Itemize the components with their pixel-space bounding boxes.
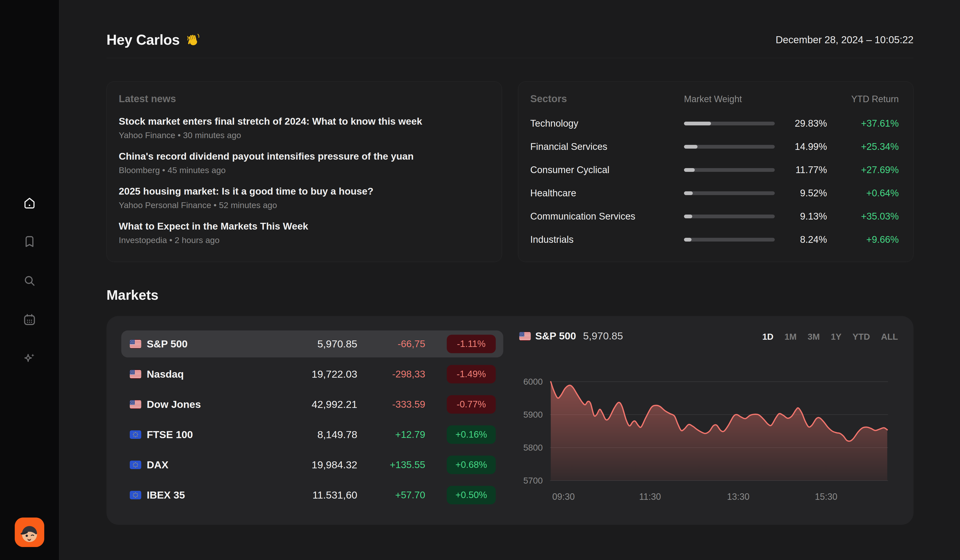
dashboard-app: Hey Carlos [0,0,960,560]
index-change: -333.59 [357,399,425,410]
news-item[interactable]: Stock market enters final stretch of 202… [119,116,487,140]
market-weight-bar [684,191,775,195]
sector-weight-value: 11.77% [775,164,827,175]
sector-weight-value: 8.24% [775,234,827,245]
bookmark-icon [22,235,37,249]
market-weight-bar [684,168,775,172]
sectors-table: Technology 29.83% +37.61% Financial Serv… [530,112,899,251]
home-icon [22,196,37,210]
index-change: +57.70 [357,490,425,501]
index-value: 8,149.78 [252,429,357,440]
us-flag-icon [130,400,141,408]
index-row-nasdaq[interactable]: Nasdaq 19,722.03 -298,33 -1.49% [121,361,503,388]
sidebar-item-search[interactable] [22,273,37,288]
greeting-text: Hey Carlos [107,32,180,48]
index-value: 19,722.03 [252,369,357,380]
sector-name: Industrials [530,234,684,245]
news-item[interactable]: China's record dividend payout intensifi… [119,151,487,175]
sidebar-item-calendar[interactable] [22,313,37,327]
index-change: +12.79 [357,429,425,440]
sidebar-nav [0,196,59,366]
index-change-percent-badge: +0.16% [447,425,496,444]
news-headline[interactable]: What to Expect in the Markets This Week [119,221,487,232]
calendar-icon [22,313,37,327]
index-value: 19,984.32 [252,459,357,471]
range-selector: 1D 1M 3M 1Y YTD ALL [762,332,898,342]
sector-ytd-return: +25.34% [827,141,899,152]
news-source: Investopedia • 2 hours ago [119,235,487,245]
news-source: Bloomberg • 45 minutes ago [119,165,487,175]
index-change-percent-badge: +0.50% [447,486,496,504]
sector-ytd-return: +27.69% [827,164,899,175]
sparkles-icon [22,351,37,366]
sectors-header: Sectors Market Weight YTD Return [530,93,899,104]
page-title: Hey Carlos [107,32,200,48]
index-name: Nasdaq [147,369,184,380]
index-value: 11.531,60 [252,489,357,501]
range-all[interactable]: ALL [881,332,898,342]
index-row-ftse100[interactable]: FTSE 100 8,149.78 +12.79 +0.16% [121,421,503,448]
news-source: Yahoo Personal Finance • 52 minutes ago [119,200,487,210]
chart-symbol: S&P 500 [535,330,576,342]
news-card-title: Latest news [119,93,487,104]
x-axis-tick: 13:30 [727,491,749,502]
y-axis-tick: 6000 [513,376,543,388]
index-change: +135.55 [357,459,425,470]
user-avatar[interactable] [15,517,44,547]
news-headline[interactable]: 2025 housing market: Is it a good time t… [119,186,487,197]
eu-flag-icon [130,461,141,469]
sector-row: Healthcare 9.52% +0.64% [530,182,899,205]
range-ytd[interactable]: YTD [853,332,870,342]
news-headline[interactable]: China's record dividend payout intensifi… [119,151,487,162]
datetime-label: December 28, 2024 – 10:05:22 [776,34,914,45]
chart-header: S&P 500 5,970.85 [519,330,623,342]
top-cards-row: Latest news Stock market enters final st… [107,81,914,262]
index-change-percent-badge: -1.49% [447,365,496,383]
market-weight-column-header: Market Weight [684,94,827,104]
sector-row: Financial Services 14.99% +25.34% [530,135,899,158]
news-item[interactable]: 2025 housing market: Is it a good time t… [119,186,487,210]
news-item[interactable]: What to Expect in the Markets This Week … [119,221,487,245]
sector-row: Technology 29.83% +37.61% [530,112,899,135]
sector-name: Financial Services [530,141,684,152]
index-change-percent-badge: +0.68% [447,456,496,474]
eu-flag-icon [130,491,141,499]
index-change-percent-badge: -1.11% [447,335,496,353]
search-icon [22,273,37,288]
index-row-dow-jones[interactable]: Dow Jones 42,992.21 -333.59 -0.77% [121,391,503,418]
x-axis-tick: 09:30 [552,491,575,502]
wave-icon [186,32,200,47]
sidebar-item-bookmarks[interactable] [22,235,37,249]
markets-card: S&P 500 5,970.85 -66,75 -1.11% Nasdaq 19… [107,316,914,525]
y-axis-tick: 5700 [513,475,543,487]
sector-name: Consumer Cyclical [530,164,684,175]
x-axis-tick: 11:30 [639,491,661,502]
sector-weight-value: 9.13% [775,211,827,222]
range-1y[interactable]: 1Y [831,332,842,342]
markets-section-title: Markets [107,287,914,303]
us-flag-icon [130,370,141,378]
y-axis-tick: 5900 [513,408,543,421]
index-row-sp500[interactable]: S&P 500 5,970.85 -66,75 -1.11% [121,330,503,357]
index-row-dax[interactable]: DAX 19,984.32 +135.55 +0.68% [121,452,503,478]
news-headline[interactable]: Stock market enters final stretch of 202… [119,116,487,127]
index-row-ibex35[interactable]: IBEX 35 11.531,60 +57.70 +0.50% [121,482,503,509]
range-3m[interactable]: 3M [808,332,820,342]
index-name: Dow Jones [147,399,201,410]
index-name: IBEX 35 [147,489,185,501]
index-name: S&P 500 [147,338,187,350]
news-source: Yahoo Finance • 30 minutes ago [119,130,487,140]
news-list: Stock market enters final stretch of 202… [119,116,487,245]
sectors-card: Sectors Market Weight YTD Return Technol… [518,81,914,262]
sector-row: Consumer Cyclical 11.77% +27.69% [530,158,899,182]
index-list: S&P 500 5,970.85 -66,75 -1.11% Nasdaq 19… [121,330,503,509]
us-flag-icon [519,332,531,340]
index-change: -298,33 [357,369,425,380]
range-1m[interactable]: 1M [784,332,797,342]
ytd-return-column-header: YTD Return [827,94,899,104]
sidebar-item-home[interactable] [22,196,37,210]
sidebar-item-ai-assistant[interactable] [22,351,37,366]
index-change: -66,75 [357,338,425,349]
range-1d[interactable]: 1D [762,332,773,342]
latest-news-card: Latest news Stock market enters final st… [107,81,502,262]
